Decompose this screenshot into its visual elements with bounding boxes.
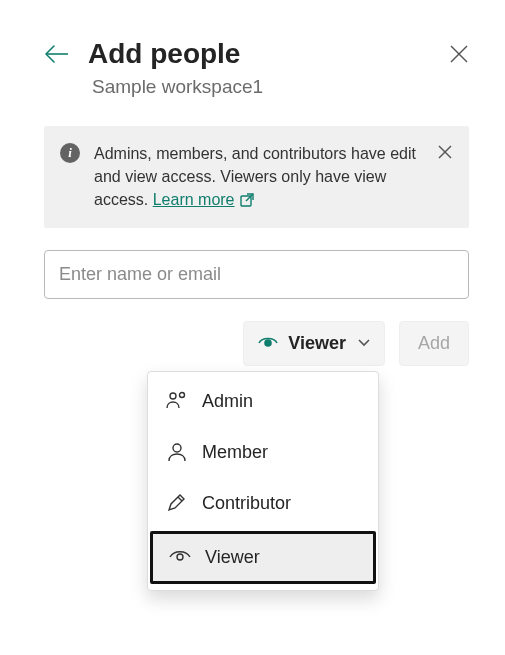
chevron-down-icon (358, 339, 370, 347)
info-text: Admins, members, and contributors have e… (94, 142, 423, 212)
viewer-icon (169, 549, 191, 565)
contributor-icon (166, 493, 188, 513)
role-option-admin[interactable]: Admin (148, 376, 378, 427)
info-message: Admins, members, and contributors have e… (94, 145, 416, 208)
role-option-contributor[interactable]: Contributor (148, 478, 378, 529)
name-email-input[interactable] (44, 250, 469, 299)
close-icon[interactable] (449, 44, 469, 64)
role-option-label: Viewer (205, 547, 260, 568)
member-icon (166, 442, 188, 462)
role-selected-label: Viewer (288, 333, 346, 354)
role-option-label: Admin (202, 391, 253, 412)
viewer-eye-icon (258, 335, 278, 351)
svg-line-4 (246, 194, 253, 201)
role-dropdown-menu: Admin Member Contributor (147, 371, 379, 591)
svg-point-8 (170, 393, 176, 399)
info-close-icon[interactable] (437, 144, 453, 160)
info-banner: i Admins, members, and contributors have… (44, 126, 469, 228)
svg-point-12 (177, 554, 183, 560)
role-option-label: Contributor (202, 493, 291, 514)
svg-line-11 (178, 497, 182, 501)
learn-more-link[interactable]: Learn more (153, 188, 255, 211)
external-link-icon (239, 192, 255, 208)
info-icon: i (60, 143, 80, 163)
svg-point-10 (173, 444, 181, 452)
role-option-label: Member (202, 442, 268, 463)
page-title: Add people (88, 38, 431, 70)
add-button[interactable]: Add (399, 321, 469, 366)
svg-point-7 (265, 340, 271, 346)
role-option-viewer[interactable]: Viewer (150, 531, 376, 584)
role-option-member[interactable]: Member (148, 427, 378, 478)
learn-more-label: Learn more (153, 188, 235, 211)
admin-icon (166, 391, 188, 411)
back-arrow-icon[interactable] (44, 44, 70, 64)
role-dropdown-button[interactable]: Viewer (243, 321, 385, 366)
workspace-subtitle: Sample workspace1 (92, 76, 469, 98)
